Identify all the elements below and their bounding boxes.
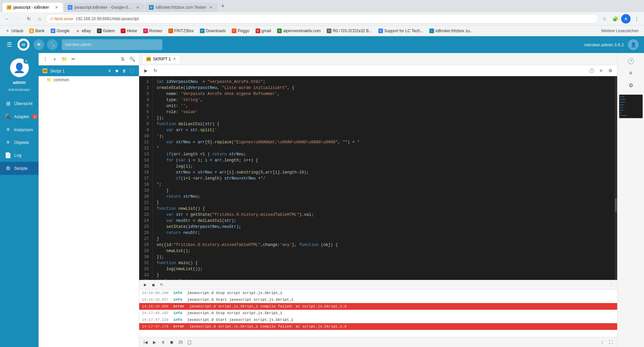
forward-button[interactable]: → [13,14,23,23]
close-icon[interactable]: ✕ [23,58,29,64]
hamburger-icon[interactable]: ☰ [5,40,13,50]
avatar[interactable]: 👤 ✕ [10,58,29,77]
bookmark-support[interactable]: G Support for LC Tech... [376,28,426,34]
add-folder-btn[interactable]: 📁 [60,55,68,63]
bookmark-ebay[interactable]: e eBay [73,28,93,34]
bookmark-fritzbox[interactable]: F FRITZ!Box [166,28,197,34]
home-button[interactable]: ⌂ [35,14,44,23]
bookmark-romeo[interactable]: R Romeo [141,28,165,34]
bookmark-alpenverein[interactable]: A alpenvereinaktiv.com [274,28,323,34]
right-panel-btn-3[interactable]: ⚙ [626,80,636,91]
sidebar-item-adapter[interactable]: 🔌 Adapter 1 [0,110,39,123]
bookmark-golem[interactable]: G Golem [94,28,117,34]
sidebar-item-log[interactable]: 📄 Log [0,149,39,162]
bookmark-urlaub-label: Urlaub [11,29,23,33]
refresh-btn[interactable]: ↻ [151,66,159,75]
bookmark-gmail[interactable]: M gmail [253,28,274,34]
extensions-btn[interactable]: 🧩 [610,14,620,23]
log-message-5: javascript.0 Start javascript script.js.… [187,318,293,322]
bookmark-star[interactable]: ☆ [600,14,609,23]
log-line-2: 14:16:10.857 info javascript.0 Start jav… [139,296,617,303]
log-level-2: info [173,298,182,302]
tab-1[interactable]: JS javascript - ioBroker ✕ [3,3,63,12]
bottom-btn-3[interactable]: ⏸ [159,339,167,346]
script-item-skript1[interactable]: JS Skript 1 ⏸ ⏹ 🗑 ⛶ [39,65,139,76]
expand-btn[interactable]: ⛶ [128,67,135,74]
right-panel-btn-2[interactable]: ≡ [626,68,636,79]
expand-log-btn[interactable]: ⛶ [607,339,614,346]
run-btn[interactable]: ▶ [142,66,150,75]
user-profile-btn[interactable]: A [621,14,631,23]
header-icon-1[interactable]: 👁 [34,39,44,50]
log-btn-1[interactable]: ▶ [142,282,149,288]
log-panel: ▶ ⏹ ↻ ⋮ 14:16:09.160 info javascript.0 S… [139,280,617,347]
bookmark-heise[interactable]: H Heise [118,28,140,34]
search-btn[interactable]: 🔍 [128,55,136,63]
tab-3[interactable]: iB ioBroker.fritzbox zum Testen ✕ [145,3,218,12]
bottom-btn-5[interactable]: JS [177,339,184,346]
log-timestamp-1: 14:16:09.160 [142,291,168,295]
more-options-btn[interactable]: ⋮ [41,55,49,63]
tab-1-close[interactable]: ✕ [54,5,59,10]
bookmark-urlaub[interactable]: ✈ Urlaub [3,28,26,34]
bookmark-google[interactable]: G Google [48,28,72,34]
sidebar-item-scripts[interactable]: ⚙ Skripte [0,162,39,175]
bottom-btn-2[interactable]: ▶ [151,339,158,346]
address-text: 192.168.10.99:8081/#tab-javascript [75,16,139,21]
tab-3-close[interactable]: ✕ [208,5,214,10]
bottom-btn-1[interactable]: |◀ [142,339,149,346]
sort-btn[interactable]: ⇅ [119,55,127,63]
log-btn-4[interactable]: ⋮ [608,282,614,288]
add-file-btn[interactable]: + [51,55,59,63]
header-search[interactable]: iobroker.admin [62,39,162,50]
editor-tab-name: SKRIPT 1 [153,57,171,61]
bookmark-peggo[interactable]: P Peggo [229,28,252,34]
address-bar[interactable]: ⚠ Nicht sicher 192.168.10.99:8081/#tab-j… [46,14,598,23]
back-button[interactable]: ← [3,14,12,23]
sidebar-user-section: 👤 ✕ admin Administrator [0,53,39,97]
more-bookmarks[interactable]: Weitere Lesezeichen [598,28,641,34]
format-btn[interactable]: ≡ [597,66,605,75]
header-icon-2[interactable]: 🔧 [47,39,58,50]
resize-handle[interactable]: ↕ [598,339,606,346]
bookmark-bank[interactable]: B Bank [26,28,47,34]
js-file-icon: JS [146,57,151,61]
editor-tab-skript1[interactable]: JS SKRIPT 1 ✕ [142,55,180,63]
log-btn-2[interactable]: ⏹ [150,282,157,288]
tab-2[interactable]: G javascript:ioBroker - Google-Suc... ✕ [64,3,144,12]
reload-button[interactable]: ↻ [24,14,34,23]
log-btn-3[interactable]: ↻ [158,282,165,288]
app-logo[interactable]: io [17,39,30,51]
line-numbers: 12345 678910 1112131415 1617181920 21222… [139,76,153,280]
bookmark-r0[interactable]: H R0 / DS-2CD2x32 B... [324,28,375,34]
bookmark-downloads[interactable]: D Downloads [197,28,228,34]
pause-btn[interactable]: ⏸ [106,67,113,74]
stop-btn[interactable]: ⏹ [113,67,120,74]
right-panel-btn-1[interactable]: 🕐 [626,56,636,66]
editor-scrollbar[interactable] [614,76,617,280]
editor-scrollbar-thumb[interactable] [615,198,617,212]
delete-btn[interactable]: 🗑 [121,67,127,74]
app-header: ☰ io 👁 🔧 iobroker.admin iobroker.admin 3… [0,36,644,53]
log-level-1: info [173,291,182,295]
editor-tabs: JS SKRIPT 1 ✕ [139,53,617,65]
more-menu-btn[interactable]: ⋮ [632,14,641,23]
history-btn[interactable]: 🕐 [588,66,596,75]
log-level-6: error [173,325,184,329]
bookmark-iobroker-fritzbox-label: ioBroker.fritzbox zu... [435,29,473,33]
sidebar-item-overview[interactable]: ⊞ Übersicht [0,97,39,110]
bookmark-iobroker-fritzbox[interactable]: i ioBroker.fritzbox zu... [427,28,476,34]
log-toolbar: ▶ ⏹ ↻ ⋮ [139,280,617,290]
edit-btn[interactable]: ✏ [69,55,77,63]
new-tab-button[interactable]: + [218,1,228,11]
bottom-btn-6[interactable]: 📋 [185,339,193,346]
editor-tab-close-icon[interactable]: ✕ [173,57,176,61]
settings-btn[interactable]: ⚙ [606,66,614,75]
code-text[interactable]: let idVerpasstNeu = "verpasste_Anrufe.ht… [153,76,614,280]
folder-common[interactable]: 📁 common [39,76,139,84]
sidebar-item-instances[interactable]: ≡ Instanzen [0,123,39,136]
sidebar-item-objects[interactable]: ≡ Objekte [0,136,39,149]
tab-2-close[interactable]: ✕ [135,5,140,10]
bottom-btn-4[interactable]: ⏹ [168,339,175,346]
header-user-avatar-btn[interactable]: 👤 [628,39,639,50]
